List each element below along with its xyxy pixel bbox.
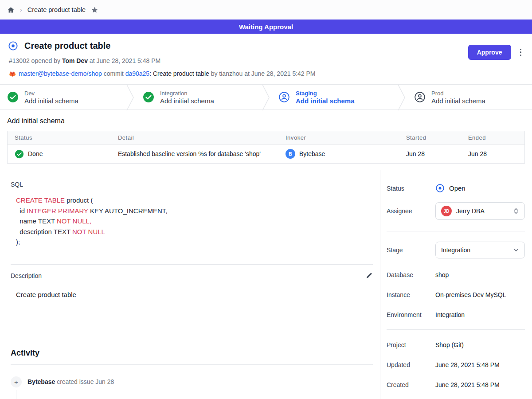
stage-prod[interactable]: ProdAdd initial schema (407, 85, 532, 110)
status-value: Open (449, 184, 466, 192)
updated-value: June 28, 2021 5:48 PM (435, 361, 500, 368)
stage-label: Stage (387, 246, 435, 254)
task-section: Add initial schema Status Detail Invoker… (0, 110, 532, 170)
project-label: Project (387, 341, 435, 348)
star-icon[interactable] (91, 6, 98, 14)
sql-label: SQL (11, 181, 373, 188)
divider (387, 231, 525, 231)
task-status: Done (28, 150, 43, 157)
plus-icon: + (11, 376, 22, 387)
activity-heading: Activity (11, 348, 373, 358)
description-text: Create product table (16, 291, 373, 298)
status-label: Status (387, 185, 435, 192)
assignee-avatar: JD (441, 206, 452, 216)
commit-message: : Create product table (149, 70, 211, 77)
page-title: Create product table (24, 41, 110, 51)
activity-entry: + Bytebase created issue Jun 28 (11, 376, 373, 387)
sql-code: CREATE TABLE product ( id INTEGER PRIMAR… (16, 195, 373, 247)
column-invoker: Invoker (278, 131, 399, 145)
stage-separator (396, 85, 407, 110)
status-open-icon (435, 184, 445, 193)
edit-pencil-icon[interactable] (365, 272, 373, 280)
stage-dev[interactable]: DevAdd initial schema (0, 85, 125, 110)
chevron-down-icon (513, 247, 519, 253)
issue-open-icon (8, 41, 18, 51)
stage-select[interactable]: Integration (435, 242, 525, 258)
home-icon[interactable] (7, 6, 15, 14)
check-circle-icon (7, 91, 19, 103)
column-status: Status (8, 131, 111, 145)
table-row: Done Established baseline version %s for… (8, 145, 525, 164)
bytebase-issue-page: › Create product table Waiting Approval … (0, 0, 532, 399)
created-value: June 28, 2021 5:48 PM (435, 381, 500, 388)
activity-action: created issue Jun 28 (55, 378, 114, 385)
column-ended: Ended (461, 131, 525, 145)
project-value: Shop (Git) (435, 341, 464, 348)
person-circle-icon (414, 91, 426, 103)
database-value: shop (435, 271, 449, 278)
column-detail: Detail (111, 131, 278, 145)
person-circle-icon (278, 91, 290, 103)
timeline-connector (16, 390, 16, 399)
check-circle-icon (15, 149, 24, 159)
check-circle-icon (143, 91, 154, 103)
assignee-value: Jerry DBA (456, 207, 509, 215)
created-label: Created (387, 381, 435, 388)
breadcrumb: › Create product table (0, 0, 532, 20)
commit-byline: by tianzhou at June 28, 2021 5:42 PM (211, 70, 316, 77)
issue-header: Create product table #13002 opened by To… (0, 34, 532, 84)
breadcrumb-page-title: Create product table (27, 6, 86, 13)
repo-branch-link[interactable]: master@bytebase-demo/shop (19, 70, 102, 77)
instance-label: Instance (387, 291, 435, 298)
author-name: Tom Dev (62, 57, 88, 64)
stage-separator (125, 85, 136, 110)
environment-value: Integration (435, 311, 465, 318)
assignee-select[interactable]: JD Jerry DBA (435, 202, 525, 220)
stage-separator (261, 85, 271, 110)
main-content: SQL CREATE TABLE product ( id INTEGER PR… (0, 170, 380, 399)
environment-label: Environment (387, 311, 435, 318)
divider (11, 364, 373, 365)
column-started: Started (399, 131, 461, 145)
commit-hash-link[interactable]: da90a25 (125, 70, 150, 77)
task-detail: Established baseline version %s for data… (111, 145, 278, 164)
instance-value: On-premises Dev MySQL (435, 291, 506, 298)
task-table: Status Detail Invoker Started Ended Done… (7, 131, 525, 164)
task-started: Jun 28 (399, 145, 461, 164)
stage-staging[interactable]: StagingAdd initial schema (271, 85, 396, 110)
approve-button[interactable]: Approve (468, 45, 511, 60)
task-ended: Jun 28 (461, 145, 525, 164)
activity-actor: Bytebase (27, 378, 55, 385)
commit-line: master@bytebase-demo/shop commit da90a25… (9, 69, 521, 78)
updated-label: Updated (387, 361, 435, 368)
bytebase-avatar: B (286, 149, 295, 159)
stage-integration[interactable]: IntegrationAdd initial schema (136, 85, 261, 110)
task-heading: Add initial schema (7, 117, 525, 125)
stage-value: Integration (441, 246, 509, 254)
selector-updown-icon (513, 207, 519, 215)
issue-meta: #13002 opened by Tom Dev at June 28, 202… (9, 56, 521, 65)
divider (387, 329, 525, 330)
issue-sidebar: Status Open Assignee JD Jerry DBA (380, 170, 532, 399)
divider (11, 264, 373, 265)
description-label: Description (11, 272, 42, 279)
assignee-label: Assignee (387, 207, 435, 215)
chevron-right-icon: › (20, 6, 22, 13)
pipeline-stages: DevAdd initial schema IntegrationAdd ini… (0, 84, 532, 110)
task-invoker: Bytebase (299, 150, 325, 157)
gitlab-icon (9, 70, 16, 77)
database-label: Database (387, 271, 435, 278)
status-banner: Waiting Approval (0, 20, 532, 34)
more-actions-icon[interactable] (518, 47, 524, 58)
